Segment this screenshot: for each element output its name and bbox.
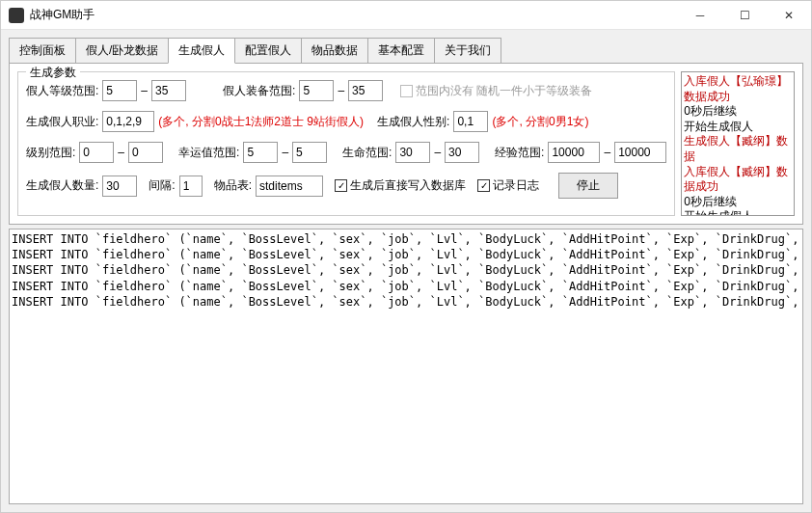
tab-1[interactable]: 假人/卧龙数据 [75, 38, 169, 64]
params-group: 生成参数 假人等级范围: – 假人装备范围: – 范围内没有 随机一件小于等级装… [17, 71, 675, 216]
job-input[interactable] [102, 111, 154, 132]
log-checkbox[interactable]: ✓记录日志 [477, 177, 539, 194]
no-equip-checkbox: 范围内没有 随机一件小于等级装备 [400, 83, 592, 99]
level-max-input[interactable] [151, 80, 186, 101]
sex-input[interactable] [453, 111, 488, 132]
tab-4[interactable]: 物品数据 [301, 38, 368, 64]
job-hint: (多个, 分割0战士1法师2道士 9站街假人) [158, 114, 364, 130]
item-table-label: 物品表: [214, 177, 252, 194]
equip-range-label: 假人装备范围: [223, 83, 295, 99]
log-line: 生成假人【臧纲】数据 [684, 134, 792, 164]
app-window: 战神GM助手 ─ ☐ ✕ 控制面板假人/卧龙数据生成假人配置假人物品数据基本配置… [0, 0, 812, 513]
luck-range-label: 幸运值范围: [178, 145, 239, 161]
tab-content: 生成参数 假人等级范围: – 假人装备范围: – 范围内没有 随机一件小于等级装… [9, 63, 803, 225]
luck-min-input[interactable] [243, 142, 278, 163]
equip-max-input[interactable] [348, 80, 383, 101]
level-min-input[interactable] [102, 80, 137, 101]
tab-2[interactable]: 生成假人 [168, 38, 235, 64]
window-title: 战神GM助手 [30, 7, 678, 23]
tab-5[interactable]: 基本配置 [367, 38, 435, 64]
maximize-button[interactable]: ☐ [722, 1, 767, 29]
count-input[interactable] [102, 176, 137, 197]
gen-sex-label: 生成假人性别: [377, 114, 449, 130]
gen-job-label: 生成假人职业: [26, 114, 98, 130]
tab-6[interactable]: 关于我们 [434, 38, 501, 64]
exp-range-label: 经验范围: [495, 145, 544, 161]
life-range-label: 生命范围: [342, 145, 392, 161]
log-line: 0秒后继续 [684, 195, 792, 210]
equip-min-input[interactable] [299, 80, 334, 101]
interval-label: 间隔: [149, 177, 175, 194]
exp-max-input[interactable] [614, 142, 666, 163]
item-table-input[interactable] [256, 176, 323, 197]
sex-hint: (多个, 分割0男1女) [492, 114, 588, 130]
titlebar: 战神GM助手 ─ ☐ ✕ [1, 1, 811, 30]
rank-range-label: 级别范围: [26, 145, 75, 161]
tab-bar: 控制面板假人/卧龙数据生成假人配置假人物品数据基本配置关于我们 [1, 34, 811, 64]
minimize-button[interactable]: ─ [678, 1, 722, 29]
app-icon [9, 8, 24, 23]
log-line: 0秒后继续 [684, 104, 792, 120]
life-max-input[interactable] [445, 142, 479, 163]
rank-min-input[interactable] [79, 142, 114, 163]
tab-0[interactable]: 控制面板 [9, 38, 76, 64]
log-line: 开始生成假人 [684, 209, 792, 216]
interval-input[interactable] [179, 176, 203, 197]
stop-button[interactable]: 停止 [558, 173, 618, 199]
log-line: 开始生成假人 [684, 120, 792, 135]
log-panel[interactable]: 入库假人【弘瑜璟】数据成功0秒后继续开始生成假人生成假人【臧纲】数据入库假人【臧… [681, 71, 795, 216]
life-min-input[interactable] [395, 142, 430, 163]
level-range-label: 假人等级范围: [26, 83, 98, 99]
exp-min-input[interactable] [548, 142, 600, 163]
rank-max-input[interactable] [128, 142, 163, 163]
gen-count-label: 生成假人数量: [26, 177, 98, 194]
log-line: 入库假人【臧纲】数据成功 [684, 165, 792, 195]
write-db-checkbox[interactable]: ✓生成后直接写入数据库 [335, 177, 466, 194]
group-legend: 生成参数 [26, 65, 80, 81]
sql-output[interactable]: INSERT INTO `fieldhero` (`name`, `BossLe… [9, 229, 803, 504]
tab-3[interactable]: 配置假人 [234, 38, 302, 64]
luck-max-input[interactable] [292, 142, 327, 163]
close-button[interactable]: ✕ [767, 1, 811, 29]
log-line: 入库假人【弘瑜璟】数据成功 [684, 74, 792, 104]
